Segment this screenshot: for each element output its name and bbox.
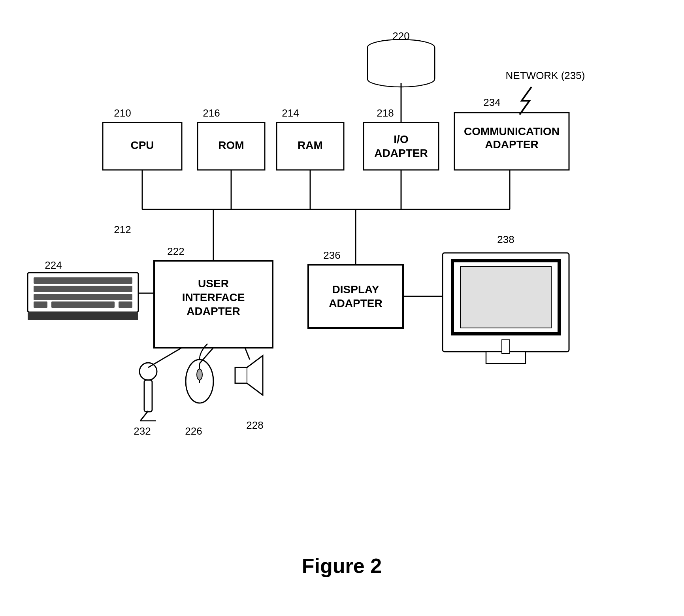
uia-label-line2: INTERFACE [182, 291, 245, 303]
keyboard-icon [28, 273, 138, 320]
svg-line-34 [148, 348, 182, 367]
svg-rect-28 [28, 312, 138, 320]
speaker-icon [235, 356, 263, 395]
svg-point-30 [139, 363, 157, 380]
comm-adapter-label-line1: COMMUNICATION [464, 125, 560, 138]
io-adapter-box [364, 122, 439, 170]
cpu-label: CPU [130, 139, 154, 151]
svg-line-38 [200, 348, 213, 364]
svg-rect-20 [502, 340, 510, 354]
svg-marker-39 [235, 356, 263, 395]
disk-ref: 220 [392, 30, 409, 42]
svg-line-41 [245, 348, 250, 360]
io-adapter-ref: 218 [377, 107, 394, 119]
svg-rect-24 [34, 294, 132, 300]
svg-rect-22 [34, 277, 132, 284]
svg-point-37 [197, 369, 202, 380]
uia-label-line1: USER [198, 277, 229, 290]
svg-rect-25 [51, 301, 115, 308]
rom-ref: 216 [203, 107, 220, 119]
mouse-ref: 226 [185, 425, 202, 437]
diagram-container: 212 CPU 210 ROM 216 RAM 214 I/O ADAPTER … [0, 0, 684, 616]
svg-rect-27 [119, 301, 132, 308]
comm-adapter-ref: 234 [483, 96, 500, 108]
ram-ref: 214 [282, 107, 299, 119]
user-interface-adapter-box [154, 261, 273, 348]
microphone-ref: 232 [134, 425, 151, 437]
microphone-icon [139, 363, 157, 421]
monitor-ref: 238 [497, 234, 514, 245]
svg-rect-26 [34, 301, 47, 308]
svg-rect-23 [34, 286, 132, 292]
bus-ref-label: 212 [114, 224, 131, 235]
ram-label: RAM [298, 139, 323, 151]
uia-ref: 222 [167, 245, 184, 257]
display-adapter-box [308, 265, 403, 328]
comm-adapter-label-line2: ADAPTER [485, 138, 538, 151]
io-adapter-label-line2: ADAPTER [374, 147, 428, 159]
cpu-ref: 210 [114, 107, 131, 119]
svg-rect-11 [368, 48, 434, 79]
io-adapter-label-line1: I/O [394, 133, 408, 145]
da-label-line1: DISPLAY [332, 283, 379, 296]
network-label: NETWORK (235) [506, 70, 585, 81]
network-lightning-icon [520, 87, 531, 115]
da-label-line2: ADAPTER [329, 297, 382, 309]
monitor-icon [443, 253, 569, 364]
figure-caption: Figure 2 [302, 554, 382, 577]
svg-rect-18 [460, 267, 551, 328]
speaker-ref: 228 [246, 419, 263, 431]
storage-disk-icon [367, 40, 435, 87]
uia-label-line3: ADAPTER [187, 305, 240, 317]
svg-rect-31 [144, 380, 152, 412]
rom-label: ROM [218, 139, 244, 151]
keyboard-ref: 224 [45, 259, 62, 271]
da-ref: 236 [323, 249, 340, 261]
svg-line-32 [140, 411, 148, 421]
